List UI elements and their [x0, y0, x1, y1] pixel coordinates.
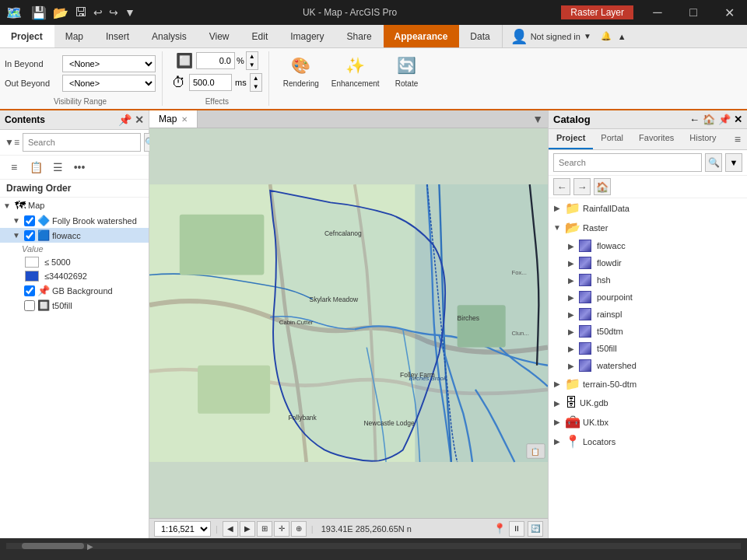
t50fill-checkbox[interactable] [24, 300, 35, 311]
uktbx-cat-expand[interactable]: ▶ [552, 418, 563, 426]
expand-icon[interactable]: ▲ [618, 32, 626, 41]
catalog-close-btn[interactable]: ✕ [734, 114, 742, 125]
flowacc-cat-expand[interactable]: ▶ [566, 242, 577, 250]
refresh-button[interactable]: 🔄 [528, 521, 543, 537]
cat-item-ukgdb[interactable]: ▶ 🗄 UK.gdb [549, 394, 747, 412]
layer-map[interactable]: ▼ 🗺 Map [0, 198, 149, 213]
catalog-forward-nav[interactable]: → [573, 178, 591, 195]
in-beyond-select[interactable]: <None> [62, 55, 156, 72]
catalog-back-btn[interactable]: ← [689, 114, 700, 125]
tab-project[interactable]: Project [0, 25, 54, 47]
percent-spinner[interactable]: ▲ ▼ [246, 51, 258, 70]
ukgdb-cat-expand[interactable]: ▶ [552, 399, 563, 408]
flowacc-expand-icon[interactable]: ▼ [11, 230, 22, 241]
pourpoint-cat-expand[interactable]: ▶ [566, 293, 577, 302]
list-by-source-button[interactable]: 📋 [26, 158, 45, 177]
layer-t50fill[interactable]: ▶ 🔲 t50fill [0, 298, 149, 313]
list-by-selection-button[interactable]: ☰ [48, 158, 67, 177]
tab-view[interactable]: View [198, 25, 241, 47]
minimize-button[interactable]: ─ [640, 0, 675, 25]
h-scrollbar[interactable]: ▶ [6, 543, 741, 549]
catalog-pin-btn[interactable]: 📌 [718, 114, 731, 125]
pause-button[interactable]: ⏸ [509, 521, 524, 537]
maximize-button[interactable]: □ [675, 0, 711, 25]
close-panel-button[interactable]: ✕ [135, 114, 144, 126]
pin-button[interactable]: 📌 [118, 114, 132, 126]
layer-folly-brook[interactable]: ▼ 🔷 Folly Brook watershed [0, 213, 149, 228]
cat-item-raster[interactable]: ▼ 📂 Raster [549, 218, 747, 237]
raster-expand[interactable]: ▼ [552, 223, 563, 232]
catalog-search-options[interactable]: ▼ [725, 153, 742, 172]
catalog-tab-portal[interactable]: Portal [593, 129, 631, 149]
layer-flowacc[interactable]: ▼ 🟦 flowacc [0, 228, 149, 243]
percent-input[interactable] [196, 52, 235, 69]
ms-spinner[interactable]: ▲ ▼ [250, 73, 262, 92]
list-by-drawing-order-button[interactable]: ≡ [5, 158, 23, 177]
tab-map[interactable]: Map [54, 25, 95, 47]
cat-item-t50dtm[interactable]: ▶ t50dtm [549, 323, 747, 340]
catalog-tab-history[interactable]: History [682, 129, 724, 149]
close-button[interactable]: ✕ [711, 0, 747, 25]
scroll-arrow[interactable]: ▶ [87, 542, 93, 551]
tab-share[interactable]: Share [336, 25, 384, 47]
cat-item-flowacc[interactable]: ▶ flowacc [549, 237, 747, 254]
enhancement-button[interactable]: ✨ Enhancement [327, 51, 384, 106]
catalog-tab-favorites[interactable]: Favorites [631, 129, 682, 149]
folly-expand-icon[interactable]: ▼ [11, 215, 22, 226]
contents-search-input[interactable] [23, 133, 141, 152]
cat-item-pourpoint[interactable]: ▶ pourpoint [549, 289, 747, 306]
locators-cat-expand[interactable]: ▶ [552, 437, 563, 446]
terrain50dtm-cat-expand[interactable]: ▶ [552, 380, 563, 388]
map-tab[interactable]: Map ✕ [149, 110, 198, 128]
rendering-button[interactable]: 🎨 Rendering [279, 51, 324, 106]
catalog-tab-menu[interactable]: ≡ [728, 129, 747, 149]
catalog-home-nav[interactable]: 🏠 [594, 178, 611, 195]
tab-data[interactable]: Data [459, 25, 501, 47]
cat-item-rainfalldata[interactable]: ▶ 📁 RainfallData [549, 198, 747, 218]
nav-grid-button[interactable]: ⊞ [257, 521, 272, 537]
catalog-home-btn[interactable]: 🏠 [703, 114, 715, 125]
catalog-back-nav[interactable]: ← [553, 178, 570, 195]
cat-item-locators[interactable]: ▶ 📍 Locators [549, 432, 747, 451]
catalog-search-input[interactable] [553, 153, 702, 172]
catalog-tab-project[interactable]: Project [549, 129, 593, 149]
bell-icon[interactable]: 🔔 [601, 31, 612, 41]
ms-input[interactable] [189, 74, 232, 91]
h-scrollbar-thumb[interactable] [22, 543, 84, 549]
nav-back-button[interactable]: ◀ [223, 521, 238, 537]
map-canvas[interactable]: Cefncalanog Birches Brook Skylark Meadow… [149, 128, 548, 518]
close-map-tab[interactable]: ✕ [181, 115, 188, 124]
t50fill-cat-expand[interactable]: ▶ [566, 345, 577, 353]
map-expand-icon[interactable]: ▼ [2, 200, 12, 211]
not-signed-in[interactable]: 👤 Not signed in ▼ 🔔 ▲ [502, 25, 634, 47]
scale-select[interactable]: 1:16,521 [154, 521, 211, 537]
cat-item-watershed[interactable]: ▶ watershed [549, 357, 747, 374]
more-options-button[interactable]: ••• [70, 158, 89, 177]
out-beyond-select[interactable]: <None> [62, 75, 156, 92]
layer-gb-background[interactable]: ▶ 📌 GB Background [0, 283, 149, 298]
nav-zoom-button[interactable]: ⊕ [291, 521, 307, 537]
tab-appearance[interactable]: Appearance [384, 25, 460, 47]
rotate-button[interactable]: 🔄 Rotate [388, 51, 426, 106]
cat-item-flowdir[interactable]: ▶ flowdir [549, 254, 747, 271]
tab-edit[interactable]: Edit [241, 25, 280, 47]
gb-background-checkbox[interactable] [24, 285, 35, 296]
cat-item-rainspl[interactable]: ▶ rainspl [549, 306, 747, 323]
tab-imagery[interactable]: Imagery [279, 25, 335, 47]
rainspl-cat-expand[interactable]: ▶ [566, 310, 577, 319]
hsh-cat-expand[interactable]: ▶ [566, 276, 577, 285]
raster-layer-tab[interactable]: Raster Layer [561, 5, 633, 19]
nav-pan-button[interactable]: ✛ [274, 521, 289, 537]
cat-item-terrain50dtm[interactable]: ▶ 📁 terrain-50-dtm [549, 374, 747, 394]
cat-item-uktbx[interactable]: ▶ 🧰 UK.tbx [549, 412, 747, 432]
cat-item-t50fill[interactable]: ▶ t50fill [549, 340, 747, 357]
flowacc-checkbox[interactable] [24, 230, 35, 241]
rainfalldata-expand[interactable]: ▶ [552, 204, 563, 212]
nav-forward-button[interactable]: ▶ [240, 521, 255, 537]
map-pull-down[interactable]: ▼ [528, 113, 548, 125]
tab-insert[interactable]: Insert [95, 25, 141, 47]
flowdir-cat-expand[interactable]: ▶ [566, 259, 577, 268]
watershed-cat-expand[interactable]: ▶ [566, 362, 577, 370]
catalog-search-button[interactable]: 🔍 [705, 153, 722, 172]
tab-analysis[interactable]: Analysis [141, 25, 198, 47]
